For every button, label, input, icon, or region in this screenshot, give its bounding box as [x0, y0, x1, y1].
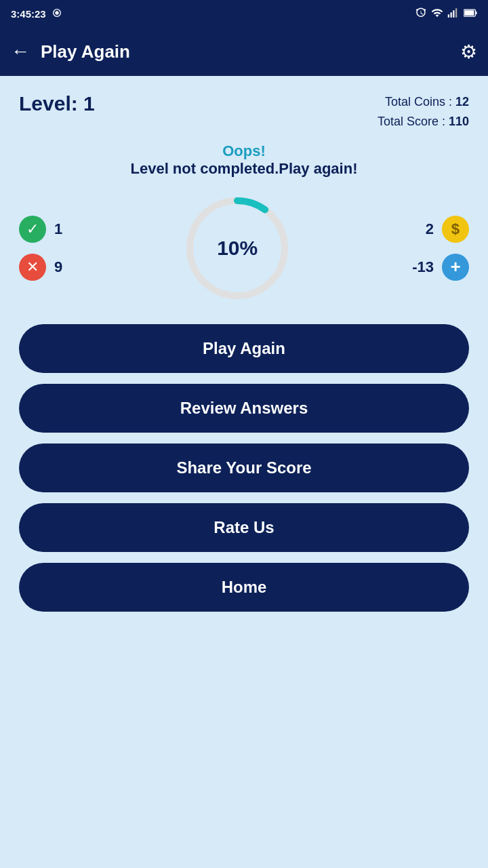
svg-rect-4 [453, 10, 454, 18]
total-score-value: 110 [449, 115, 469, 128]
back-button[interactable]: ← [11, 41, 30, 62]
total-coins-value: 12 [455, 95, 469, 108]
coins-stat-row: 2 $ [426, 216, 469, 243]
svg-rect-8 [476, 11, 477, 14]
review-answers-button[interactable]: Review Answers [19, 384, 469, 433]
sub-text: Level not completed.Play again! [19, 160, 469, 178]
svg-rect-2 [448, 14, 449, 18]
wrong-count: 9 [54, 258, 62, 276]
location-icon [52, 7, 62, 20]
correct-icon: ✓ [19, 216, 46, 243]
correct-stat-row: ✓ 1 [19, 216, 62, 243]
play-again-button[interactable]: Play Again [19, 324, 469, 373]
total-score-row: Total Score : 110 [378, 112, 469, 132]
settings-button[interactable]: ⚙ [460, 41, 477, 63]
penalty-count: -13 [412, 258, 434, 276]
left-stats: ✓ 1 ✕ 9 [19, 216, 62, 281]
message-area: Oops! Level not completed.Play again! [19, 142, 469, 178]
progress-percentage: 10% [217, 237, 258, 260]
wrong-stat-row: ✕ 9 [19, 254, 62, 281]
wifi-icon [431, 7, 443, 21]
status-bar: 3:45:23 [0, 0, 488, 27]
alarm-icon [415, 7, 427, 21]
nav-title: Play Again [41, 41, 449, 62]
level-label: Level: 1 [19, 92, 95, 115]
top-info-row: Level: 1 Total Coins : 12 Total Score : … [19, 92, 469, 132]
svg-point-0 [55, 11, 58, 14]
home-button[interactable]: Home [19, 563, 469, 612]
plus-icon: + [442, 254, 469, 281]
total-coins-label: Total Coins : [385, 95, 452, 108]
svg-rect-7 [464, 10, 474, 16]
correct-count: 1 [54, 220, 62, 238]
total-coins-row: Total Coins : 12 [378, 92, 469, 112]
total-score-label: Total Score : [378, 115, 445, 128]
svg-rect-5 [455, 8, 457, 18]
svg-rect-3 [451, 12, 452, 18]
rate-us-button[interactable]: Rate Us [19, 503, 469, 552]
penalty-stat-row: -13 + [412, 254, 469, 281]
battery-icon [464, 8, 477, 20]
oops-text: Oops! [19, 142, 469, 160]
signal-icon [447, 7, 460, 21]
progress-circle: 10% [183, 194, 291, 302]
stats-right: Total Coins : 12 Total Score : 110 [378, 92, 469, 132]
share-score-button[interactable]: Share Your Score [19, 443, 469, 492]
right-stats: 2 $ -13 + [412, 216, 469, 281]
wrong-icon: ✕ [19, 254, 46, 281]
coin-icon: $ [442, 216, 469, 243]
coins-count: 2 [426, 220, 434, 238]
buttons-area: Play Again Review Answers Share Your Sco… [19, 324, 469, 612]
progress-area: ✓ 1 ✕ 9 10% 2 $ -13 + [19, 194, 469, 302]
main-content: Level: 1 Total Coins : 12 Total Score : … [0, 76, 488, 628]
nav-bar: ← Play Again ⚙ [0, 27, 488, 76]
status-time: 3:45:23 [11, 8, 46, 20]
